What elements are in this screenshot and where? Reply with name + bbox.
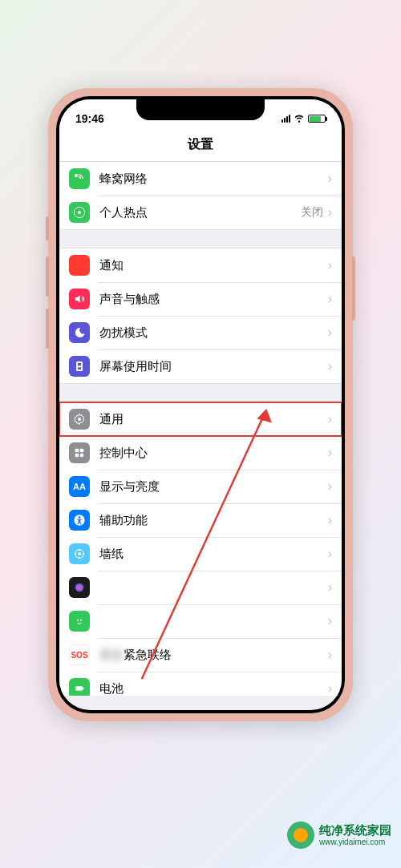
svg-point-18 — [79, 557, 80, 559]
screentime-icon — [69, 356, 90, 377]
settings-row-cellular[interactable]: 蜂窝网络› — [59, 162, 342, 196]
screen: 19:46 设置 蜂窝网络›个人热点关闭›通知›声音与触感›勿扰模式›屏幕使用时… — [59, 99, 342, 710]
svg-point-8 — [78, 418, 81, 421]
svg-rect-24 — [75, 686, 83, 690]
svg-rect-10 — [80, 449, 84, 453]
svg-point-20 — [83, 553, 84, 555]
chevron-right-icon: › — [328, 513, 332, 527]
watermark-title: 纯净系统家园 — [319, 824, 391, 838]
dnd-icon — [69, 322, 90, 343]
chevron-right-icon: › — [328, 547, 332, 561]
settings-row-notifications[interactable]: 通知› — [59, 248, 342, 282]
chevron-right-icon: › — [328, 172, 332, 186]
svg-point-22 — [77, 620, 79, 621]
svg-point-19 — [75, 553, 76, 555]
row-label: 蜂窝网络 — [99, 172, 328, 187]
battery-icon — [308, 115, 326, 123]
settings-row-controlcenter[interactable]: 控制中心› — [59, 436, 342, 470]
notch — [136, 99, 265, 120]
chevron-right-icon: › — [328, 325, 332, 340]
watermark: 纯净系统家园 www.yidaimei.com — [287, 822, 391, 849]
svg-point-1 — [78, 211, 81, 214]
row-label: 显示与亮度 — [99, 479, 328, 495]
svg-rect-4 — [76, 361, 83, 371]
general-icon — [69, 409, 90, 430]
svg-point-14 — [79, 516, 81, 519]
chevron-right-icon: › — [328, 258, 332, 273]
power-button — [352, 256, 355, 321]
svg-rect-11 — [75, 454, 79, 458]
settings-row-display[interactable]: AA显示与亮度› — [59, 470, 342, 503]
row-label: 电池 — [99, 681, 328, 696]
chevron-right-icon: › — [328, 580, 332, 595]
row-label: 个人热点 — [99, 205, 301, 220]
chevron-right-icon: › — [328, 359, 332, 373]
svg-point-21 — [75, 583, 84, 592]
phone-frame: 19:46 设置 蜂窝网络›个人热点关闭›通知›声音与触感›勿扰模式›屏幕使用时… — [48, 88, 353, 721]
row-label: 通知 — [99, 258, 328, 273]
svg-point-12 — [80, 454, 84, 458]
svg-point-17 — [79, 549, 80, 551]
accessibility-icon — [69, 510, 90, 531]
watermark-logo-icon — [287, 822, 314, 849]
svg-rect-9 — [75, 449, 79, 453]
settings-row-siri[interactable]: › — [59, 571, 342, 604]
sounds-icon — [69, 289, 90, 309]
page-title: 设置 — [59, 131, 342, 162]
row-label: 勿扰模式 — [99, 325, 328, 341]
row-label: 辅助功能 — [99, 513, 328, 528]
row-label: 墙纸 — [99, 547, 328, 562]
svg-point-23 — [80, 620, 82, 621]
volume-down-button — [46, 309, 49, 349]
settings-row-wallpaper[interactable]: 墙纸› — [59, 537, 342, 571]
hotspot-icon — [69, 202, 90, 223]
settings-group: 通知›声音与触感›勿扰模式›屏幕使用时间› — [59, 248, 342, 384]
settings-row-battery[interactable]: 电池› — [59, 672, 342, 696]
row-label: 紧急紧急联络 — [99, 648, 328, 663]
settings-group: 蜂窝网络›个人热点关闭› — [59, 162, 342, 230]
notifications-icon — [69, 255, 90, 276]
settings-group: 通用›控制中心›AA显示与亮度›辅助功能›墙纸› › ›SOS紧急紧急联络›电池… — [59, 402, 342, 696]
chevron-right-icon: › — [328, 446, 332, 460]
settings-row-sounds[interactable]: 声音与触感› — [59, 282, 342, 316]
volume-up-button — [46, 256, 49, 297]
faceid-icon — [69, 611, 90, 632]
chevron-right-icon: › — [328, 648, 332, 662]
row-label: 控制中心 — [99, 446, 328, 461]
settings-row-screentime[interactable]: 屏幕使用时间› — [59, 349, 342, 383]
controlcenter-icon — [69, 442, 90, 463]
siri-icon — [69, 577, 90, 598]
mute-switch — [46, 216, 49, 240]
signal-icon — [282, 115, 290, 123]
sos-icon: SOS — [69, 644, 90, 665]
chevron-right-icon: › — [328, 412, 332, 426]
settings-row-hotspot[interactable]: 个人热点关闭› — [59, 196, 342, 229]
svg-rect-7 — [78, 367, 81, 369]
wallpaper-icon — [69, 543, 90, 564]
row-label: 声音与触感 — [99, 292, 328, 307]
row-label: 屏幕使用时间 — [99, 359, 328, 374]
svg-point-0 — [75, 174, 78, 177]
watermark-url: www.yidaimei.com — [319, 838, 391, 846]
settings-row-dnd[interactable]: 勿扰模式› — [59, 316, 342, 349]
chevron-right-icon: › — [328, 292, 332, 306]
settings-row-sos[interactable]: SOS紧急紧急联络› — [59, 638, 342, 672]
row-label: 通用 — [99, 412, 328, 427]
chevron-right-icon: › — [328, 479, 332, 494]
settings-list[interactable]: 蜂窝网络›个人热点关闭›通知›声音与触感›勿扰模式›屏幕使用时间›通用›控制中心… — [59, 162, 342, 696]
row-value: 关闭 — [301, 205, 323, 220]
chevron-right-icon: › — [328, 614, 332, 628]
battery-icon — [69, 678, 90, 696]
svg-point-16 — [78, 552, 81, 555]
chevron-right-icon: › — [328, 681, 332, 696]
wifi-icon — [294, 112, 305, 126]
svg-rect-25 — [83, 688, 83, 690]
cellular-icon — [69, 168, 90, 189]
settings-row-accessibility[interactable]: 辅助功能› — [59, 503, 342, 537]
svg-point-3 — [80, 261, 83, 264]
settings-row-faceid[interactable]: › — [59, 604, 342, 638]
settings-row-general[interactable]: 通用› — [59, 402, 342, 436]
display-icon: AA — [69, 476, 90, 497]
chevron-right-icon: › — [328, 205, 332, 220]
status-time: 19:46 — [75, 112, 104, 125]
